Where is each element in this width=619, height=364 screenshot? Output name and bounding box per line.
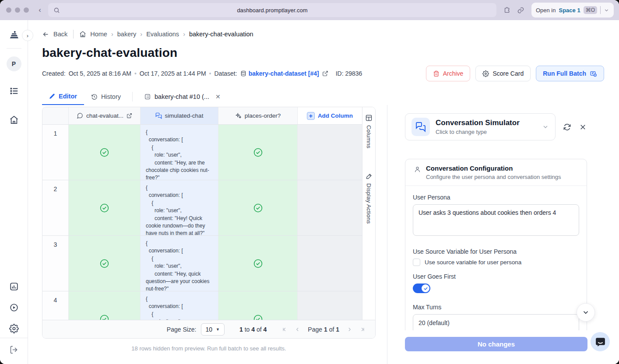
back-arrow-icon[interactable] [42, 31, 49, 38]
cell-chat-evaluation-pass[interactable] [69, 291, 141, 320]
address-bar[interactable]: dashboard.promptlayer.com [48, 3, 496, 17]
copy-link-icon[interactable] [517, 7, 524, 14]
check-circle-icon [253, 147, 263, 158]
close-panel-icon[interactable] [579, 123, 587, 131]
run-full-batch-button[interactable]: Run Full Batch [536, 66, 604, 81]
user-goes-first-toggle[interactable] [413, 284, 430, 293]
first-page-icon[interactable] [281, 326, 288, 332]
column-header-simulated-chat[interactable]: simulated-chat [141, 107, 218, 124]
source-variable-checkbox[interactable] [413, 259, 420, 266]
cell-chat-evaluation-pass[interactable] [69, 180, 141, 235]
window-dot[interactable] [15, 7, 20, 13]
table-row[interactable]: 2 { conversation: [ { role: "user", cont… [42, 180, 362, 236]
cell-simulated-chat[interactable]: { conversation: [ { role: "user", conten… [141, 180, 218, 235]
save-changes-button[interactable]: No changes [405, 337, 587, 351]
check-circle-icon [99, 147, 109, 158]
archive-button[interactable]: Archive [426, 66, 471, 81]
close-tab-icon[interactable]: ✕ [215, 93, 221, 100]
cell-places-order-pass[interactable] [218, 125, 298, 180]
cell-simulated-chat[interactable]: { conversation: [ { role: "user", conten… [141, 125, 218, 180]
sidebar-home-icon[interactable] [9, 115, 19, 125]
sidebar-expand-button[interactable]: › [22, 30, 33, 41]
chevron-down-icon: ▼ [216, 327, 220, 332]
breadcrumb-evaluations[interactable]: Evaluations [146, 31, 179, 38]
messages-icon [155, 112, 162, 119]
external-link-icon[interactable] [322, 70, 328, 77]
workspace-avatar[interactable]: P [7, 56, 21, 71]
table-header-row: chat-evaluat... [42, 107, 362, 125]
table-row[interactable]: 3 { conversation: [ { role: "user", cont… [42, 236, 362, 291]
cell-empty [298, 291, 362, 320]
chevron-down-icon [542, 123, 549, 130]
prev-page-icon[interactable] [295, 326, 301, 332]
tab-report[interactable]: bakery-chat #10 (... ✕ [137, 88, 228, 105]
display-actions-panel-tab[interactable]: Display Actions [366, 173, 373, 224]
breadcrumb-home[interactable]: Home [90, 31, 107, 38]
tab-editor[interactable]: Editor [42, 88, 84, 105]
window-controls[interactable] [6, 7, 29, 13]
cell-chat-evaluation-pass[interactable] [69, 236, 141, 291]
cell-simulated-chat[interactable]: { conversation: [ { role: "user", [141, 291, 218, 320]
user-persona-input[interactable]: User asks 3 questions about cookies then… [413, 204, 579, 236]
hidden-rows-note: 18 rows hidden from preview. Run full ba… [42, 345, 376, 352]
gear-icon [482, 70, 489, 77]
table-row[interactable]: 4 { conversation: [ { role: "user", [42, 291, 362, 320]
sparkles-icon [235, 112, 242, 119]
row-number: 1 [42, 125, 69, 180]
extensions-icon[interactable] [503, 7, 511, 14]
score-card-button[interactable]: Score Card [475, 66, 531, 81]
add-column-button[interactable]: + Add Column [298, 107, 362, 124]
chevron-down-icon[interactable] [604, 7, 609, 13]
column-type-card[interactable]: Conversation Simulator Click to change t… [405, 113, 556, 140]
window-dot[interactable] [6, 7, 11, 13]
row-number: 2 [42, 180, 69, 235]
config-title: Conversation Configuration [426, 164, 561, 172]
sidebar-requests-icon[interactable] [9, 86, 19, 96]
sidebar-playground-icon[interactable] [9, 303, 19, 312]
sidebar-logout-icon[interactable] [9, 345, 18, 354]
column-type-subtitle: Click to change type [436, 129, 520, 135]
person-icon [414, 166, 421, 173]
browser-window: ‹ dashboard.promptlayer.com Open in Spac… [0, 0, 619, 364]
table-rows: 1 { conversation: [ { role: "user", cont… [42, 125, 362, 320]
promptlayer-logo-icon[interactable] [8, 29, 20, 41]
support-chat-launcher[interactable] [591, 332, 610, 351]
history-clock-icon [91, 94, 98, 100]
table-row[interactable]: 1 { conversation: [ { role: "user", cont… [42, 125, 362, 180]
url-text: dashboard.promptlayer.com [48, 7, 496, 14]
page-size-select[interactable]: 10 ▼ [201, 323, 225, 336]
refresh-icon[interactable] [563, 123, 571, 131]
pencil-icon [49, 93, 55, 99]
sidebar-analytics-icon[interactable] [9, 282, 19, 291]
check-circle-icon [253, 259, 263, 269]
columns-panel-tab[interactable]: Columns [365, 114, 373, 148]
trash-icon [433, 70, 440, 77]
cell-places-order-pass[interactable] [218, 291, 298, 320]
browser-back-icon[interactable]: ‹ [35, 6, 45, 14]
window-dot[interactable] [24, 7, 29, 13]
cell-empty [298, 180, 362, 235]
cell-chat-evaluation-pass[interactable] [69, 125, 141, 180]
column-header-places-order[interactable]: places-order? [218, 107, 298, 124]
page-size-label: Page Size: [167, 326, 197, 333]
scroll-down-button[interactable] [577, 303, 595, 322]
last-page-icon[interactable] [359, 326, 366, 332]
source-variable-checkbox-label: Use source variable for user persona [425, 259, 521, 266]
column-header-chat-evaluation[interactable]: chat-evaluat... [69, 107, 141, 124]
external-link-icon[interactable] [127, 113, 132, 119]
cell-places-order-pass[interactable] [218, 236, 298, 291]
dataset-label: Dataset: [214, 70, 237, 77]
sidebar-settings-icon[interactable] [9, 324, 19, 333]
tab-history[interactable]: History [84, 88, 128, 105]
cell-places-order-pass[interactable] [218, 180, 298, 235]
results-table: chat-evaluat... [42, 107, 376, 339]
back-link[interactable]: Back [53, 31, 67, 38]
cell-simulated-chat[interactable]: { conversation: [ { role: "user", conten… [141, 236, 218, 291]
breadcrumb-project[interactable]: bakery [117, 31, 137, 38]
paintbrush-icon [366, 173, 373, 180]
open-in-space-control[interactable]: Open in Space 1 ⌘O [531, 3, 614, 18]
grid-side-toolbar: Columns Display Actions [362, 107, 375, 320]
next-page-icon[interactable] [346, 326, 352, 332]
column-type-title: Conversation Simulator [436, 119, 520, 127]
dataset-link[interactable]: bakery-chat-dataset [#4] [240, 70, 319, 77]
